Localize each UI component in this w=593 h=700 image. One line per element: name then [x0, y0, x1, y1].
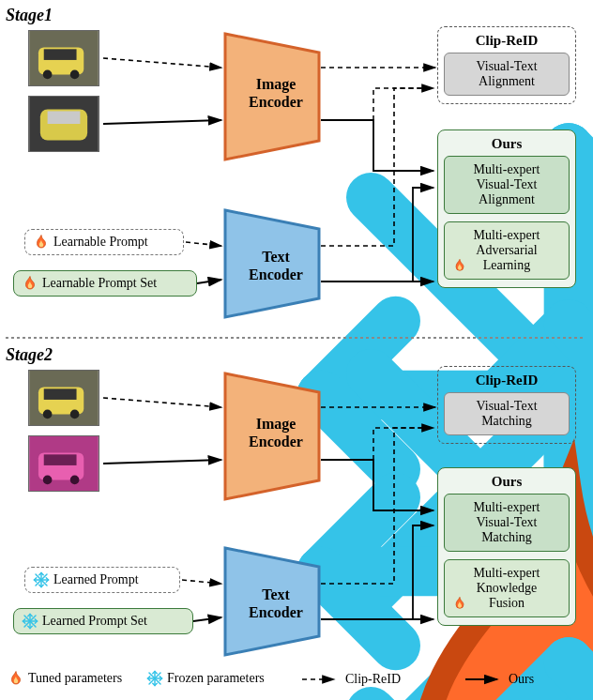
stage2-clip-outer: Clip-ReID Visual-Text Matching	[437, 366, 576, 444]
snowflake-icon	[146, 670, 163, 687]
legend-tuned-text: Tuned parameters	[28, 671, 122, 686]
legend-ours: Ours	[464, 672, 534, 687]
stage2-ours-box2: Multi-expert Knowledge Fusion	[444, 559, 570, 617]
legend-clip-text: Clip-ReID	[345, 672, 401, 687]
legend-frozen: Frozen parameters	[146, 670, 265, 687]
stage1-ours-box2: Multi-expert Adversarial Learning	[444, 221, 570, 280]
legend-ours-text: Ours	[509, 672, 534, 687]
svg-line-12	[103, 398, 221, 407]
svg-rect-32	[44, 49, 77, 60]
svg-point-34	[70, 70, 80, 80]
stage2-ours-title: Ours	[444, 472, 570, 494]
snowflake-icon	[33, 571, 50, 588]
legend-tuned: Tuned parameters	[8, 670, 122, 687]
svg-point-46	[43, 476, 53, 485]
flame-icon	[33, 234, 50, 251]
stage1-ours-outer: Ours Multi-expert Visual-Text Alignment …	[437, 129, 576, 288]
stage1-clip-box: Visual-Text Alignment	[444, 53, 570, 96]
stage1-text-encoder-label: Text Encoder	[242, 248, 310, 283]
stage2-prompt-a: Learned Prompt	[24, 567, 180, 593]
stage1-prompt-b-text: Learnable Prompt Set	[42, 276, 157, 291]
stage2-text-encoder-label: Text Encoder	[242, 586, 310, 621]
svg-point-33	[43, 70, 53, 80]
stage2-image-encoder-label: Image Encoder	[242, 415, 310, 450]
stage1-image-b	[28, 96, 99, 152]
svg-line-3	[103, 120, 221, 124]
svg-line-15	[193, 617, 221, 621]
svg-point-47	[70, 476, 80, 485]
stage1-prompt-b: Learnable Prompt Set	[13, 270, 197, 297]
flame-icon	[22, 275, 38, 292]
svg-rect-45	[44, 454, 77, 465]
dashed-arrow-icon	[300, 673, 342, 686]
stage1-label: Stage1	[6, 6, 53, 25]
svg-point-42	[70, 410, 80, 419]
flame-icon	[452, 596, 467, 611]
svg-line-2	[103, 58, 221, 68]
stage2-ours-box1: Multi-expert Visual-Text Matching	[444, 494, 570, 552]
snowflake-icon	[22, 613, 38, 630]
stage1-clip-title: Clip-ReID	[444, 31, 570, 53]
stage1-image-a	[28, 30, 99, 86]
stage1-prompt-a: Learnable Prompt	[24, 229, 184, 255]
stage2-prompt-b: Learned Prompt Set	[13, 608, 193, 634]
svg-rect-37	[48, 111, 81, 124]
stage1-ours-title: Ours	[444, 134, 570, 156]
svg-line-13	[103, 460, 221, 464]
stage1-ours-box2-text: Multi-expert Adversarial Learning	[474, 228, 540, 273]
stage1-image-encoder-label: Image Encoder	[242, 75, 310, 111]
stage2-label: Stage2	[6, 345, 53, 365]
svg-line-5	[197, 280, 221, 283]
svg-line-4	[186, 242, 221, 246]
svg-line-14	[182, 580, 221, 584]
stage2-image-a	[28, 370, 99, 426]
svg-rect-40	[44, 388, 77, 400]
flame-icon	[8, 670, 24, 687]
stage2-image-b	[28, 435, 99, 492]
legend-frozen-text: Frozen parameters	[167, 671, 265, 686]
stage1-prompt-a-text: Learnable Prompt	[53, 235, 148, 250]
stage2-prompt-a-text: Learned Prompt	[53, 572, 139, 587]
stage2-ours-outer: Ours Multi-expert Visual-Text Matching M…	[437, 467, 576, 626]
legend-clip: Clip-ReID	[300, 672, 401, 687]
stage2-clip-title: Clip-ReID	[444, 371, 570, 392]
solid-arrow-icon	[464, 673, 505, 686]
svg-point-41	[43, 410, 53, 419]
stage1-clip-outer: Clip-ReID Visual-Text Alignment	[437, 26, 576, 104]
stage2-clip-box: Visual-Text Matching	[444, 392, 570, 435]
flame-icon	[452, 258, 467, 273]
stage2-ours-box2-text: Multi-expert Knowledge Fusion	[474, 566, 540, 611]
stage1-ours-box1: Multi-expert Visual-Text Alignment	[444, 156, 570, 214]
stage2-prompt-b-text: Learned Prompt Set	[42, 614, 147, 629]
